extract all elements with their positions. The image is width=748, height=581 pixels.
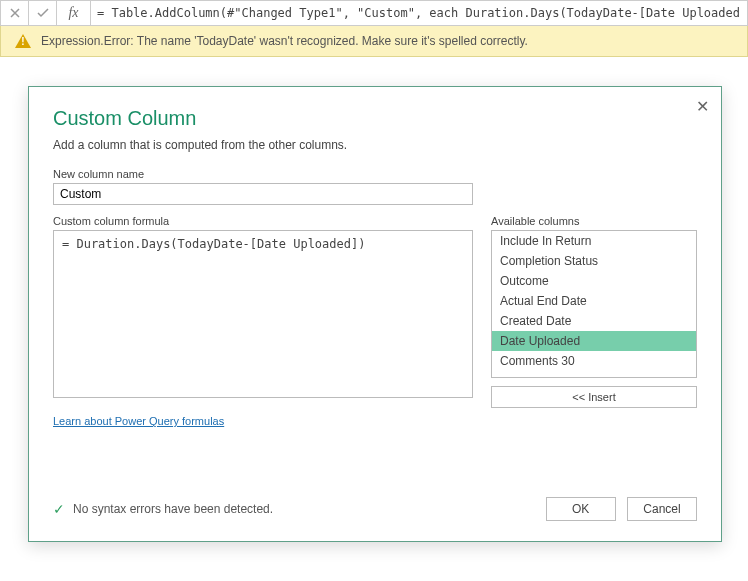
list-item[interactable]: Include In Return [492,231,696,251]
cancel-formula-icon[interactable] [1,1,29,25]
available-columns-list[interactable]: Include In ReturnCompletion StatusOutcom… [491,230,697,378]
accept-formula-icon[interactable] [29,1,57,25]
new-column-name-input[interactable] [53,183,473,205]
dialog-title: Custom Column [53,107,697,130]
list-item[interactable]: Date Uploaded [492,331,696,351]
insert-button[interactable]: << Insert [491,386,697,408]
status-row: ✓ No syntax errors have been detected. [53,501,273,517]
formula-bar-input[interactable] [91,1,747,25]
close-icon[interactable]: ✕ [696,97,709,116]
new-column-name-label: New column name [53,168,697,180]
warning-icon [15,34,31,48]
custom-formula-input[interactable] [53,230,473,398]
list-item[interactable]: Created Date [492,311,696,331]
list-item[interactable]: Actual End Date [492,291,696,311]
dialog-subtitle: Add a column that is computed from the o… [53,138,697,152]
formula-label: Custom column formula [53,215,473,227]
status-text: No syntax errors have been detected. [73,502,273,516]
list-item[interactable]: Outcome [492,271,696,291]
cancel-button[interactable]: Cancel [627,497,697,521]
custom-column-dialog: ✕ Custom Column Add a column that is com… [28,86,722,542]
list-item[interactable]: Comments 30 [492,351,696,371]
error-text: Expression.Error: The name 'TodayDate' w… [41,34,528,48]
available-columns-label: Available columns [491,215,697,227]
ok-button[interactable]: OK [546,497,616,521]
check-icon: ✓ [53,501,65,517]
learn-link[interactable]: Learn about Power Query formulas [53,415,224,427]
list-item[interactable]: Completion Status [492,251,696,271]
fx-icon[interactable]: fx [57,1,91,25]
formula-bar: fx [0,0,748,26]
error-banner: Expression.Error: The name 'TodayDate' w… [0,26,748,57]
